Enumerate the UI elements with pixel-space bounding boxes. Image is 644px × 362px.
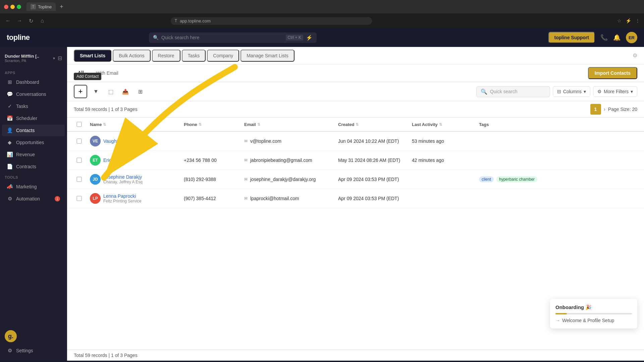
grid-button[interactable]: ⊞ xyxy=(134,85,146,98)
bookmark-icon[interactable]: ☆ xyxy=(617,18,622,23)
page-1-button[interactable]: 1 xyxy=(590,104,601,115)
email-value[interactable]: v@topline.com xyxy=(250,138,281,144)
global-search[interactable]: 🔍 Quick search here Ctrl + K ⚡ xyxy=(149,33,317,43)
th-tags-label: Tags xyxy=(479,122,489,127)
email-value[interactable]: jabronipiebeating@gmail.com xyxy=(250,158,312,163)
home-button[interactable]: ⌂ xyxy=(38,18,46,24)
sub-tabs: All With Email Import Contacts xyxy=(67,64,644,82)
sidebar-item-opportunities[interactable]: ◆ Opportunities xyxy=(2,137,65,148)
email-value[interactable]: josephine_darakjy@darakjy.org xyxy=(250,177,316,182)
close-button[interactable] xyxy=(4,5,8,9)
menu-icon[interactable]: ⋮ xyxy=(635,18,640,23)
export-button[interactable]: ⬚ xyxy=(105,85,117,98)
org-location: Scranton, PA xyxy=(5,59,50,63)
tab-company[interactable]: Company xyxy=(207,50,239,62)
row-select-checkbox[interactable] xyxy=(76,158,82,163)
sidebar-item-scheduler[interactable]: 📅 Scheduler xyxy=(2,113,65,124)
import-icon-button[interactable]: 📤 xyxy=(119,85,131,98)
table-row[interactable]: ET Erick Test +234 56 788 00 ✉ jabronipi… xyxy=(67,151,644,170)
forward-button[interactable]: → xyxy=(15,18,23,24)
notification-icon[interactable]: 🔔 xyxy=(613,34,621,41)
phone-icon[interactable]: 📞 xyxy=(600,34,608,41)
sidebar-item-contacts[interactable]: 👤 Contacts xyxy=(2,125,65,136)
tags-cell xyxy=(476,156,637,164)
th-created-label: Created xyxy=(338,122,354,127)
user-avatar[interactable]: ER xyxy=(626,32,637,43)
tab-restore[interactable]: Restore xyxy=(152,50,180,62)
select-all-checkbox[interactable] xyxy=(76,122,82,127)
tab-manage-smart-lists[interactable]: Manage Smart Lists xyxy=(240,50,294,62)
sidebar-item-conversations[interactable]: 💬 Conversations xyxy=(2,88,65,100)
filter-button[interactable]: ▼ xyxy=(90,85,102,98)
row-select-checkbox[interactable] xyxy=(76,177,82,182)
tag-client: client xyxy=(479,176,494,182)
sidebar-item-label: Opportunities xyxy=(16,140,44,145)
th-email[interactable]: Email ⇅ xyxy=(241,118,335,131)
row-checkbox[interactable] xyxy=(74,134,87,148)
onboarding-link[interactable]: → Welcome & Profile Setup xyxy=(555,318,632,323)
sidebar-item-tasks[interactable]: ✓ Tasks xyxy=(2,101,65,112)
quick-search-placeholder: Quick search xyxy=(490,89,546,94)
tab-bulk-actions[interactable]: Bulk Actions xyxy=(113,50,150,62)
tab-tasks[interactable]: Tasks xyxy=(182,50,206,62)
quick-search-input[interactable]: 🔍 Quick search xyxy=(476,86,550,97)
browser-tab[interactable]: T Topline xyxy=(26,2,56,11)
import-contacts-button[interactable]: Import Contacts xyxy=(588,67,637,79)
email-value[interactable]: lpaprocki@hotmail.com xyxy=(250,196,299,201)
page-next-icon[interactable]: › xyxy=(604,106,605,112)
sidebar-item-contracts[interactable]: 📄 Contracts xyxy=(2,161,65,172)
sort-icon-phone: ⇅ xyxy=(199,122,202,127)
back-button[interactable]: ← xyxy=(4,18,12,24)
bottom-bar: guidde. Made with guidde.com xyxy=(0,361,644,362)
sidebar-item-revenue[interactable]: 📊 Revenue xyxy=(2,149,65,160)
th-phone[interactable]: Phone ⇅ xyxy=(181,118,241,131)
sidebar-item-marketing[interactable]: 📣 Marketing xyxy=(2,181,65,192)
extensions-icon[interactable]: ⚡ xyxy=(626,18,631,23)
row-select-checkbox[interactable] xyxy=(76,138,82,144)
th-last-activity[interactable]: Last Activity ⇅ xyxy=(409,118,476,131)
contact-name[interactable]: Josephine Darakjy xyxy=(103,174,143,180)
minimize-button[interactable] xyxy=(10,5,15,9)
support-button[interactable]: topline Support xyxy=(548,32,595,43)
email-icon: ✉ xyxy=(244,158,248,163)
onboarding-progress-bar xyxy=(555,313,632,314)
th-created[interactable]: Created ⇅ xyxy=(335,118,409,131)
checkbox-header[interactable] xyxy=(74,118,87,131)
contact-name[interactable]: Lenna Paprocki xyxy=(103,193,141,199)
opportunities-icon: ◆ xyxy=(7,139,13,145)
tab-settings-icon[interactable]: ⚙ xyxy=(633,52,637,59)
new-tab-button[interactable]: + xyxy=(60,3,63,10)
phone-value: (907) 385-4412 xyxy=(184,196,216,201)
sidebar-item-settings[interactable]: ⚙ Settings xyxy=(2,345,65,356)
th-name[interactable]: Name ⇅ xyxy=(87,118,181,131)
sort-icon-activity: ⇅ xyxy=(439,122,442,127)
reload-button[interactable]: ↻ xyxy=(27,18,35,24)
sidebar-item-automation[interactable]: ⚙ Automation 1 xyxy=(2,193,65,204)
row-checkbox[interactable] xyxy=(74,154,87,167)
email-cell: ✉ lpaprocki@hotmail.com xyxy=(241,192,335,205)
onboarding-bar-fill xyxy=(555,313,567,314)
more-filters-button[interactable]: ⚙ More Filters ▾ xyxy=(593,86,637,97)
created-cell: Jun 04 2024 10:22 AM (EDT) xyxy=(335,134,409,148)
contact-name[interactable]: Erick Test xyxy=(103,158,123,163)
add-contact-button[interactable]: + xyxy=(74,85,87,98)
table-row[interactable]: JD Josephine Darakjy Chanay, Jeffrey A E… xyxy=(67,170,644,189)
tag-hyperbaric: hyperbaric chamber xyxy=(496,176,537,182)
contact-name[interactable]: Vaughn English xyxy=(103,138,136,144)
address-bar[interactable]: T app.topline.com xyxy=(171,17,372,25)
activity-cell xyxy=(409,194,476,202)
columns-button[interactable]: ⊟ Columns ▾ xyxy=(553,86,590,97)
row-select-checkbox[interactable] xyxy=(76,196,82,201)
org-selector[interactable]: Dunder Mifflin [.. Scranton, PA ▾ ⊟ xyxy=(0,51,67,65)
sidebar-item-dashboard[interactable]: ⊞ Dashboard xyxy=(2,76,65,88)
maximize-button[interactable] xyxy=(17,5,21,9)
row-checkbox[interactable] xyxy=(74,173,87,186)
row-checkbox[interactable] xyxy=(74,192,87,205)
page-size-selector[interactable]: Page Size: 20 xyxy=(608,107,637,112)
revenue-icon: 📊 xyxy=(7,152,13,158)
table-row[interactable]: VE Vaughn English ✉ v@topline.com Jun 04… xyxy=(67,132,644,151)
tab-smart-lists[interactable]: Smart Lists xyxy=(74,50,111,62)
tasks-icon: ✓ xyxy=(7,103,13,109)
table-row[interactable]: LP Lenna Paprocki Feltz Printing Service… xyxy=(67,189,644,208)
sidebar-toggle-icon[interactable]: ⊟ xyxy=(58,55,62,61)
